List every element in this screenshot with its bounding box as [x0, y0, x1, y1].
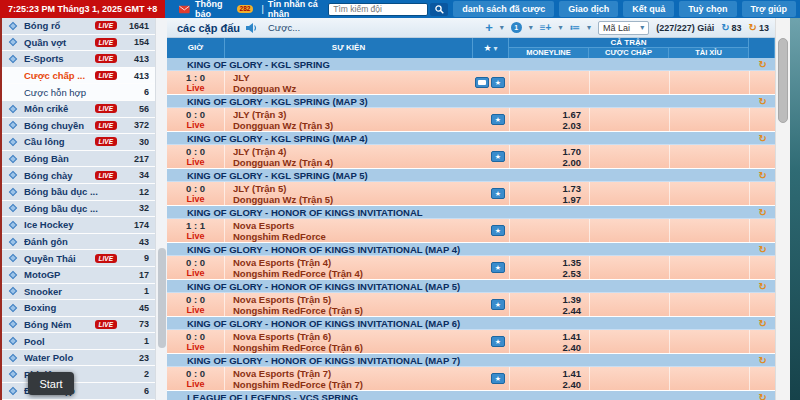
sidebar-item-basketball[interactable]: Bóng rổ LIVE 1641: [2, 18, 155, 35]
favorite-star-icon[interactable]: ★: [491, 336, 505, 347]
sidebar-item-water-polo[interactable]: Water Polo 23: [2, 350, 155, 367]
league-header[interactable]: KING OF GLORY - HONOR OF KINGS INVITATIO…: [167, 243, 775, 256]
away-odds[interactable]: 2.53: [563, 268, 582, 279]
sidebar-item-handicap-bets[interactable]: Cược chấp ... LIVE 413: [2, 68, 155, 85]
refresh-blue-counter[interactable]: ↻ 83: [721, 22, 741, 33]
refresh-icon[interactable]: ↻: [759, 59, 767, 70]
add-icon[interactable]: +: [485, 21, 493, 34]
refresh-icon[interactable]: ↻: [759, 170, 767, 181]
sidebar-item-badminton[interactable]: Cầu lông LIVE 30: [2, 134, 155, 151]
away-odds[interactable]: 2.00: [563, 157, 582, 168]
league-header[interactable]: KING OF GLORY - KGL SPRING (MAP 3) ↻: [167, 95, 775, 108]
sidebar-item-cycling[interactable]: Đua xe đạp 6: [2, 383, 155, 400]
help-button[interactable]: Trợ giúp: [742, 1, 796, 17]
league-header[interactable]: KING OF GLORY - KGL SPRING ↻: [167, 58, 775, 71]
home-odds[interactable]: 1.73: [563, 183, 582, 194]
sidebar-item-motogp[interactable]: MotoGP 17: [2, 267, 155, 284]
refresh-icon[interactable]: ↻: [759, 318, 767, 329]
bet-list-button[interactable]: danh sách đã cược: [453, 1, 554, 17]
match-teams-cell[interactable]: JLY (Trận 3) Dongguan Wz (Trận 3): [225, 108, 473, 131]
list-view-icon[interactable]: ≔: [569, 22, 580, 33]
league-header[interactable]: KING OF GLORY - HONOR OF KINGS INVITATIO…: [167, 317, 775, 330]
sidebar-scrollbar-thumb[interactable]: [158, 248, 166, 348]
results-button[interactable]: Kết quả: [623, 1, 674, 17]
away-odds[interactable]: 2.40: [563, 379, 582, 390]
away-odds[interactable]: 2.40: [563, 342, 582, 353]
away-odds[interactable]: 2.03: [563, 120, 582, 131]
home-odds[interactable]: 1.41: [563, 368, 582, 379]
refresh-icon[interactable]: ↻: [759, 392, 767, 400]
sidebar-item-table-tennis[interactable]: Bóng Bàn 217: [2, 151, 155, 168]
home-odds[interactable]: 1.41: [563, 331, 582, 342]
league-header[interactable]: KING OF GLORY - KGL SPRING (MAP 4) ↻: [167, 132, 775, 145]
sidebar-item-golf[interactable]: Đánh gôn 43: [2, 234, 155, 251]
league-header[interactable]: KING OF GLORY - KGL SPRING (MAP 5) ↻: [167, 169, 775, 182]
sort-icon[interactable]: 1: [511, 22, 522, 33]
favorite-star-icon[interactable]: ★: [491, 225, 505, 236]
main-scrollbar[interactable]: [775, 18, 790, 400]
search-button[interactable]: [430, 3, 448, 16]
match-teams-cell[interactable]: Nova Esports (Trận 6) Nongshim RedForce …: [225, 330, 473, 353]
bet-slip-label[interactable]: Cược...: [268, 22, 300, 33]
refresh-icon[interactable]: ↻: [759, 244, 767, 255]
refresh-orange-counter[interactable]: ↻ 13: [749, 22, 769, 33]
sidebar-item-pool[interactable]: Pool 1: [2, 333, 155, 350]
add-league-icon[interactable]: ≡+: [540, 22, 552, 33]
sidebar-item-rugby-1[interactable]: Bóng bầu dục ... 12: [2, 184, 155, 201]
refresh-icon[interactable]: ↻: [759, 133, 767, 144]
home-odds[interactable]: 1.39: [563, 294, 582, 305]
league-header[interactable]: KING OF GLORY - HONOR OF KINGS INVITATIO…: [167, 206, 775, 219]
refresh-icon[interactable]: ↻: [759, 207, 767, 218]
sidebar-item-esports[interactable]: E-Sports LIVE 413: [2, 51, 155, 68]
away-odds[interactable]: 2.44: [563, 305, 582, 316]
sidebar-item-snooker[interactable]: Snooker 1: [2, 284, 155, 301]
sidebar-item-baseball[interactable]: Bóng chày LIVE 34: [2, 167, 155, 184]
match-teams-cell[interactable]: Nova Esports (Trận 4) Nongshim RedForce …: [225, 256, 473, 279]
notice-link[interactable]: Thông báo: [195, 0, 233, 19]
favorite-star-icon[interactable]: ★: [491, 151, 505, 162]
league-header[interactable]: LEAGUE OF LEGENDS - VCS SPRING ↻: [167, 391, 775, 400]
match-teams-cell[interactable]: JLY Dongguan Wz: [225, 71, 473, 94]
home-odds[interactable]: 1.70: [563, 146, 582, 157]
chevron-down-icon[interactable]: ▾: [529, 23, 533, 32]
sidebar-item-cricket[interactable]: Môn crikê LIVE 56: [2, 101, 155, 118]
refresh-icon[interactable]: ↻: [759, 96, 767, 107]
league-header[interactable]: KING OF GLORY - HONOR OF KINGS INVITATIO…: [167, 354, 775, 367]
favorite-star-icon[interactable]: ★: [491, 188, 505, 199]
inbox-link[interactable]: Tin nhắn cá nhân: [268, 0, 328, 19]
league-header[interactable]: KING OF GLORY - HONOR OF KINGS INVITATIO…: [167, 280, 775, 293]
match-teams-cell[interactable]: Nova Esports (Trận 7) Nongshim RedForce …: [225, 367, 473, 390]
preferences-button[interactable]: Tuỳ chọn: [679, 1, 736, 17]
favorites-column-header[interactable]: ★ ▾: [473, 38, 509, 58]
sidebar-item-darts[interactable]: Phi tiêu 2: [2, 366, 155, 383]
match-teams-cell[interactable]: JLY (Trận 4) Dongguan Wz (Trận 4): [225, 145, 473, 168]
sidebar-item-rugby-2[interactable]: Bóng bầu dục ... 32: [2, 201, 155, 218]
start-button[interactable]: Start: [28, 372, 74, 395]
favorite-star-icon[interactable]: ★: [491, 114, 505, 125]
match-teams-cell[interactable]: Nova Esports Nongshim RedForce: [225, 219, 473, 242]
favorite-star-icon[interactable]: ★: [491, 299, 505, 310]
envelope-icon[interactable]: [179, 5, 190, 14]
transactions-button[interactable]: Giao dịch: [559, 1, 618, 17]
away-odds[interactable]: 1.97: [563, 194, 582, 205]
sidebar-scrollbar[interactable]: [155, 18, 167, 400]
favorite-star-icon[interactable]: ★: [491, 77, 505, 88]
sidebar-item-boxing[interactable]: Boxing 45: [2, 300, 155, 317]
live-stream-icon[interactable]: [475, 77, 489, 88]
sidebar-item-muay-thai[interactable]: Quyền Thái LIVE 9: [2, 250, 155, 267]
refresh-icon[interactable]: ↻: [759, 355, 767, 366]
main-scrollbar-thumb[interactable]: [778, 38, 788, 123]
home-odds[interactable]: 1.35: [563, 257, 582, 268]
sidebar-item-ice-hockey[interactable]: Ice Hockey 174: [2, 217, 155, 234]
sidebar-item-mix-parlay[interactable]: Cược hỗn hợp 6: [2, 84, 155, 101]
sidebar-item-tennis[interactable]: Quần vợt LIVE 154: [2, 35, 155, 52]
sidebar-item-volleyball[interactable]: Bóng chuyền LIVE 372: [2, 118, 155, 135]
home-odds[interactable]: 1.67: [563, 109, 582, 120]
chevron-down-icon[interactable]: ▾: [558, 23, 562, 32]
favorite-star-icon[interactable]: ★: [491, 262, 505, 273]
speaker-icon[interactable]: [246, 23, 258, 33]
chevron-down-icon[interactable]: ▾: [587, 23, 591, 32]
match-teams-cell[interactable]: JLY (Trận 5) Dongguan Wz (Trận 5): [225, 182, 473, 205]
match-teams-cell[interactable]: Nova Esports (Trận 5) Nongshim RedForce …: [225, 293, 473, 316]
search-input[interactable]: [328, 3, 428, 16]
